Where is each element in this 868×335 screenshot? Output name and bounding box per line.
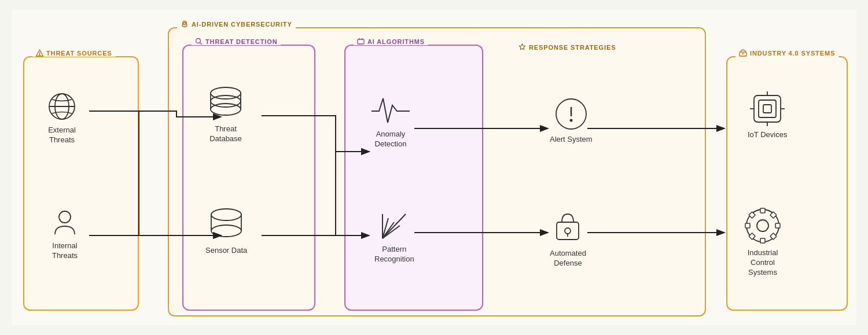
svg-rect-45 bbox=[770, 212, 777, 218]
svg-rect-44 bbox=[760, 208, 765, 213]
ai-algorithms-box: AI ALGORITHMS bbox=[344, 45, 483, 311]
internal-threats-node: Internal Threats bbox=[49, 207, 80, 261]
pattern-recognition-node: Pattern Recognition bbox=[374, 209, 414, 264]
anomaly-detection-node: Anomaly Detection bbox=[370, 94, 411, 149]
alert-system-node: Alert System bbox=[550, 97, 593, 145]
svg-rect-51 bbox=[749, 212, 755, 218]
svg-rect-36 bbox=[759, 100, 776, 117]
svg-point-3 bbox=[39, 54, 40, 55]
svg-point-33 bbox=[565, 228, 571, 234]
response-strategies-box: RESPONSE STRATEGIES bbox=[509, 45, 689, 311]
svg-rect-46 bbox=[775, 223, 780, 228]
alert-system-label: Alert System bbox=[550, 135, 593, 145]
industry-systems-label: INDUSTRY 4.0 SYSTEMS bbox=[735, 49, 838, 57]
external-threats-node: External Threats bbox=[46, 91, 78, 145]
svg-rect-48 bbox=[760, 238, 765, 243]
svg-rect-50 bbox=[745, 223, 750, 228]
svg-point-19 bbox=[211, 95, 241, 107]
response-strategies-label: RESPONSE STRATEGIES bbox=[515, 43, 619, 51]
svg-rect-47 bbox=[770, 233, 777, 240]
threat-sources-label: THREAT SOURCES bbox=[32, 49, 116, 57]
threat-database-label: Threat Database bbox=[209, 124, 242, 144]
threat-detection-label: THREAT DETECTION bbox=[192, 38, 281, 45]
iot-devices-label: IoT Devices bbox=[748, 130, 787, 140]
sensor-data-label: Sensor Data bbox=[205, 246, 247, 256]
svg-point-23 bbox=[211, 225, 241, 237]
ai-driven-label: AI-DRIVEN CYBERSECURITY bbox=[177, 20, 296, 28]
sensor-data-node: Sensor Data bbox=[205, 207, 247, 256]
svg-point-20 bbox=[211, 209, 241, 220]
svg-rect-49 bbox=[749, 233, 755, 240]
threat-detection-box: THREAT DETECTION bbox=[182, 45, 315, 311]
svg-rect-35 bbox=[754, 95, 781, 122]
iot-devices-node: IoT Devices bbox=[748, 91, 787, 140]
industrial-control-node: Industrial Control Systems bbox=[744, 207, 782, 278]
diagram: AI-DRIVEN CYBERSECURITY THREAT SOURCES T… bbox=[12, 10, 856, 325]
industrial-control-label: Industrial Control Systems bbox=[748, 248, 778, 278]
svg-point-14 bbox=[59, 211, 71, 223]
external-threats-label: External Threats bbox=[48, 126, 76, 145]
automated-defense-node: Automated Defense bbox=[550, 209, 586, 268]
svg-rect-37 bbox=[763, 105, 771, 113]
pattern-recognition-label: Pattern Recognition bbox=[374, 245, 414, 264]
threat-database-node: Threat Database bbox=[205, 85, 246, 144]
svg-line-5 bbox=[200, 43, 203, 45]
anomaly-detection-label: Anomaly Detection bbox=[375, 130, 407, 149]
ai-algorithms-label: AI ALGORITHMS bbox=[354, 38, 428, 45]
svg-rect-6 bbox=[358, 39, 364, 44]
svg-rect-32 bbox=[557, 222, 579, 240]
svg-point-43 bbox=[757, 220, 768, 231]
threat-sources-box: THREAT SOURCES bbox=[23, 56, 139, 311]
automated-defense-label: Automated Defense bbox=[550, 249, 586, 268]
internal-threats-label: Internal Threats bbox=[52, 241, 78, 261]
svg-point-31 bbox=[569, 119, 572, 122]
svg-point-0 bbox=[183, 23, 186, 25]
svg-point-4 bbox=[196, 39, 201, 43]
